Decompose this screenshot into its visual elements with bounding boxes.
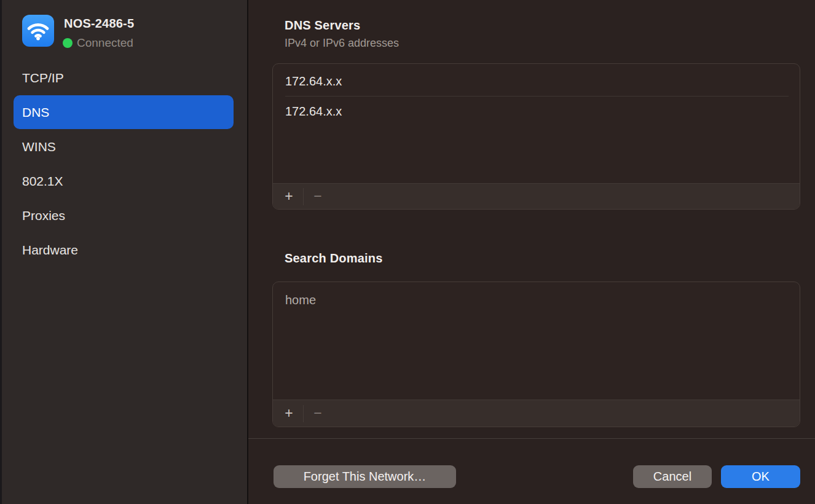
dns-pane: DNS Servers IPv4 or IPv6 addresses 172.6… xyxy=(248,0,815,504)
search-domains-rows: home xyxy=(273,282,800,315)
search-domains-footer: + − xyxy=(273,400,800,427)
dns-servers-title: DNS Servers xyxy=(285,18,360,33)
sidebar-item-hardware[interactable]: Hardware xyxy=(14,233,234,267)
status-label: Connected xyxy=(77,36,133,50)
dns-server-entry[interactable]: 172.64.x.x xyxy=(285,96,789,126)
sidebar-item-proxies[interactable]: Proxies xyxy=(14,199,234,232)
sidebar-item-tcpip[interactable]: TCP/IP xyxy=(14,61,234,95)
search-domains-title: Search Domains xyxy=(285,251,383,266)
plus-icon[interactable]: + xyxy=(281,406,297,420)
network-name: NOS-2486-5 xyxy=(64,17,134,31)
sidebar-item-dns[interactable]: DNS xyxy=(14,95,234,129)
dns-servers-subtitle: IPv4 or IPv6 addresses xyxy=(285,37,399,50)
wifi-icon xyxy=(22,15,54,47)
dns-servers-footer: + − xyxy=(273,183,800,209)
sidebar: NOS-2486-5 Connected TCP/IP DNS WINS 802… xyxy=(2,0,247,504)
dns-servers-rows: 172.64.x.x 172.64.x.x xyxy=(273,64,800,126)
search-domain-entry[interactable]: home xyxy=(285,285,789,315)
ok-button[interactable]: OK xyxy=(721,465,800,488)
forget-network-button[interactable]: Forget This Network… xyxy=(274,465,456,488)
connection-status: Connected xyxy=(63,36,133,50)
actions-divider xyxy=(248,438,815,439)
sidebar-item-8021x[interactable]: 802.1X xyxy=(14,164,234,198)
minus-icon[interactable]: − xyxy=(310,189,326,203)
minus-icon[interactable]: − xyxy=(310,406,326,420)
search-domains-listbox: home + − xyxy=(272,282,800,427)
cancel-button[interactable]: Cancel xyxy=(633,465,712,488)
plus-icon[interactable]: + xyxy=(281,189,297,203)
sidebar-nav: TCP/IP DNS WINS 802.1X Proxies Hardware xyxy=(2,61,247,267)
sidebar-item-wins[interactable]: WINS xyxy=(14,130,234,163)
wifi-details-sheet: NOS-2486-5 Connected TCP/IP DNS WINS 802… xyxy=(0,0,815,504)
connected-dot-icon xyxy=(63,38,73,48)
dns-server-entry[interactable]: 172.64.x.x xyxy=(285,67,789,96)
footer-separator xyxy=(303,405,304,422)
footer-separator xyxy=(303,188,304,205)
dns-servers-listbox: 172.64.x.x 172.64.x.x + − xyxy=(272,63,800,210)
